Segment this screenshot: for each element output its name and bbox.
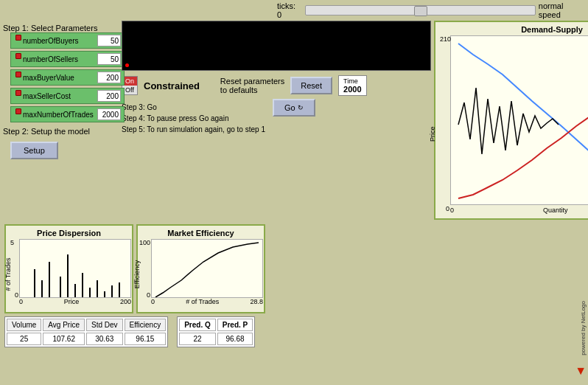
left-panel: Step 1: Select Parameters numberOfBuyers…: [3, 21, 117, 220]
market-eff-y-label: Efficiency: [133, 260, 141, 288]
reset-description: Reset parameters to defaults: [220, 77, 284, 94]
me-x-label: # of Trades: [186, 298, 219, 305]
setup-button[interactable]: Setup: [10, 142, 58, 159]
market-efficiency-chart-box: Market Efficiency Efficiency 100 0 0 # o…: [136, 224, 265, 313]
pred-table: Pred. Q Pred. P 22 96.68: [177, 316, 255, 347]
param-value-maxsellercost[interactable]: 200: [97, 90, 121, 102]
efficiency-value: 96.15: [125, 333, 167, 345]
market-eff-svg: [151, 239, 263, 298]
me-y-max: 100: [139, 239, 150, 246]
step5-label: Step 5: To run simulation again, go to s…: [122, 124, 265, 135]
demand-supply-chart: Demand-Supply Price 210 0: [434, 21, 588, 220]
pd-x-axis: 0 Price 200: [19, 298, 131, 305]
demand-supply-svg: [450, 35, 588, 205]
pd-y-min: 0: [15, 291, 18, 299]
efficiency-curve: [155, 243, 259, 297]
x-min-label: 0: [450, 207, 454, 214]
pd-x-label: Price: [64, 298, 80, 305]
constrained-label: Constrained: [144, 80, 200, 91]
top-bar: ticks: 0 normal speed: [0, 0, 588, 21]
price-dispersion-svg: [19, 239, 131, 298]
time-label: Time: [343, 77, 361, 85]
stats-row: Volume Avg Price Std Dev Efficiency 25 1…: [0, 313, 588, 350]
stats-table: Volume Avg Price Std Dev Efficiency 25 1…: [4, 316, 168, 347]
step1-label: Step 1: Select Parameters: [3, 24, 97, 32]
netlogo-brand: powered by NetLogo: [580, 301, 587, 355]
step-instructions-row: Step 3: Go Step 4: To pause press Go aga…: [122, 99, 431, 135]
param-value-maxnumtrades[interactable]: 2000: [97, 108, 121, 120]
pred-p-value: 96.68: [217, 333, 253, 345]
param-row-maxsellercost[interactable]: maxSellerCost 200: [10, 88, 125, 104]
pred-q-header: Pred. Q: [179, 319, 216, 331]
param-name-maxsellercost: maxSellerCost: [23, 92, 97, 100]
y-max-label: 210: [440, 35, 451, 43]
avg-price-header: Avg Price: [43, 319, 85, 331]
avg-price-value: 107.62: [43, 333, 85, 345]
on-button[interactable]: On: [122, 77, 137, 86]
me-y-min: 0: [147, 291, 150, 299]
charts-row: Price Dispersion # of Trades 5 0: [0, 224, 588, 313]
param-row-maxbuyervalue[interactable]: maxBuyerValue 200: [10, 69, 125, 86]
volume-header: Volume: [7, 319, 41, 331]
param-name-buyers: numberOfBuyers: [23, 37, 97, 45]
slider-indicator-maxnumtrades: [15, 108, 21, 114]
demand-curve: [458, 44, 588, 197]
step4-label: Step 4: To pause press Go again: [122, 113, 265, 124]
param-row-sellers[interactable]: numberOfSellers 50: [10, 51, 125, 67]
price-line: [458, 88, 559, 154]
ticks-display: ticks: 0: [277, 1, 299, 19]
y-min-label: 0: [446, 205, 449, 212]
std-dev-value: 30.63: [86, 333, 123, 345]
step2-label: Step 2: Setup the model: [3, 127, 90, 136]
param-row-maxnumtrades[interactable]: maxNumberOfTrades 2000: [10, 106, 125, 122]
efficiency-header: Efficiency: [125, 319, 167, 331]
param-name-maxnumtrades: maxNumberOfTrades: [23, 111, 97, 119]
pd-x-max: 200: [120, 298, 131, 305]
slider-indicator-buyers: [15, 35, 21, 41]
reset-desc-line1: Reset parameters: [220, 77, 284, 86]
time-value: 2000: [343, 85, 361, 94]
market-eff-title: Market Efficiency: [141, 229, 261, 237]
speed-slider[interactable]: [305, 5, 535, 15]
red-dot-indicator: [125, 63, 129, 67]
off-button[interactable]: Off: [122, 86, 137, 94]
netlogo-logo: ▼: [575, 364, 587, 378]
param-row-buyers[interactable]: numberOfBuyers 50: [10, 32, 125, 49]
go-icon: ↻: [298, 104, 304, 111]
price-disp-y-label: # of Trades: [4, 257, 12, 291]
pd-x-min: 0: [19, 298, 23, 305]
go-label: Go: [284, 103, 295, 112]
black-display: [122, 21, 431, 71]
x-label: Quantity: [543, 207, 568, 214]
param-name-maxbuyervalue: maxBuyerValue: [23, 74, 97, 82]
step-instructions: Step 3: Go Step 4: To pause press Go aga…: [122, 102, 265, 135]
slider-indicator-maxsellercost: [15, 90, 21, 96]
me-x-min: 0: [151, 298, 155, 305]
pd-y-max: 5: [10, 239, 14, 246]
me-x-max: 28.8: [250, 298, 263, 305]
normal-speed-label: normal speed: [539, 1, 584, 19]
reset-desc-line2: to defaults: [220, 86, 284, 94]
std-dev-header: Std Dev: [86, 319, 123, 331]
demand-supply-y-label: Price: [429, 106, 436, 142]
speed-slider-thumb: [414, 6, 427, 16]
param-name-sellers: numberOfSellers: [23, 55, 97, 63]
controls-row: On Off Constrained Reset parameters to d…: [122, 75, 431, 96]
speed-slider-container: normal speed: [305, 1, 584, 19]
volume-value: 25: [7, 333, 41, 345]
demand-supply-title: Demand-Supply: [438, 25, 588, 34]
step3-label: Step 3: Go: [122, 102, 265, 113]
slider-indicator-sellers: [15, 53, 21, 59]
param-value-maxbuyervalue[interactable]: 200: [97, 72, 121, 83]
param-value-buyers[interactable]: 50: [97, 35, 121, 46]
pred-q-value: 22: [179, 333, 216, 345]
param-value-sellers[interactable]: 50: [97, 53, 121, 65]
pred-p-header: Pred. P: [217, 319, 253, 331]
go-button[interactable]: Go ↻: [273, 99, 315, 117]
supply-curve: [458, 72, 588, 198]
time-box: Time 2000: [338, 75, 366, 96]
me-x-axis: 0 # of Trades 28.8: [151, 298, 263, 305]
slider-indicator-maxbuyervalue: [15, 72, 21, 77]
reset-button[interactable]: Reset: [290, 77, 332, 94]
price-dispersion-title: Price Dispersion: [9, 229, 129, 237]
